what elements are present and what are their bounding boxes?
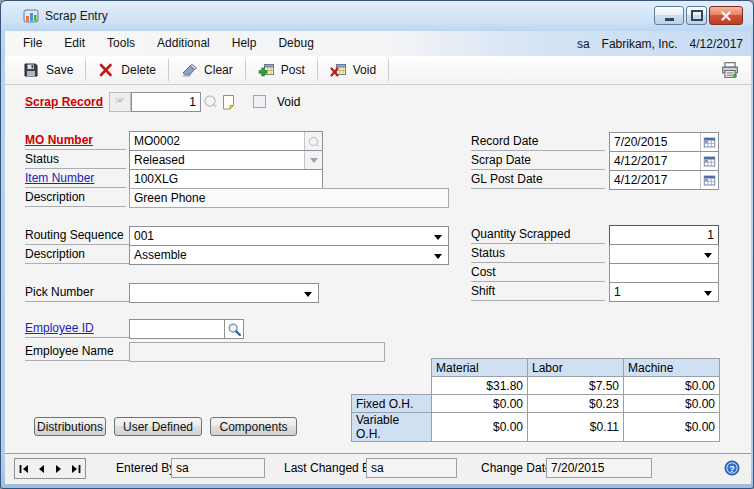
record-date-calendar-button[interactable] (700, 133, 718, 151)
toolbar-separator (317, 59, 318, 81)
cell-fixed-material: $0.00 (432, 395, 528, 413)
cost-summary-table: Material Labor Machine $31.80 $7.50 $0.0… (351, 358, 720, 442)
previous-record-button[interactable] (33, 459, 51, 478)
scrap-date-value: 4/12/2017 (614, 154, 667, 168)
item-number-value: 100XLG (134, 172, 178, 186)
void-icon (330, 62, 346, 78)
description-label: Description (25, 188, 126, 207)
cost-field[interactable] (609, 263, 719, 283)
first-record-button[interactable] (15, 459, 33, 478)
mo-number-lookup-button[interactable] (304, 132, 322, 150)
scrap-date-field[interactable]: 4/12/2017 (609, 151, 719, 171)
table-corner (352, 359, 432, 377)
status-left-dropdown[interactable]: Released (129, 150, 323, 170)
scrap-entry-window: Scrap Entry File Edit Tools Additional H… (0, 0, 754, 489)
routing-sequence-label: Routing Sequence (25, 226, 129, 245)
delete-button[interactable]: Delete (88, 58, 166, 82)
employee-id-label[interactable]: Employee ID (25, 319, 129, 338)
status-right-dropdown[interactable] (609, 244, 719, 264)
note-button[interactable] (219, 92, 237, 112)
last-changed-by-field: sa (366, 458, 457, 478)
employee-id-lookup-button[interactable] (224, 319, 244, 339)
quantity-scrapped-field[interactable]: 1 (609, 225, 719, 245)
scrap-record-input[interactable]: 1 (131, 92, 201, 112)
description-value: Green Phone (134, 191, 205, 205)
previous-record-icon (35, 463, 47, 475)
menu-help[interactable]: Help (221, 31, 268, 56)
distributions-button[interactable]: Distributions (34, 417, 106, 436)
cell-fixed-labor: $0.23 (528, 395, 624, 413)
mo-number-field[interactable]: MO0002 (129, 131, 323, 151)
cell-this-material: $31.80 (432, 377, 528, 395)
components-button[interactable]: Components (210, 417, 297, 436)
table-header-row: Material Labor Machine (352, 359, 720, 377)
help-icon[interactable]: ? (724, 460, 740, 476)
save-button[interactable]: Save (13, 58, 83, 82)
status-right-label: Status (471, 244, 605, 263)
table-row: $31.80 $7.50 $0.00 (352, 377, 720, 395)
session-info: sa Fabrikam, Inc. 4/12/2017 (577, 37, 751, 51)
session-date: 4/12/2017 (690, 37, 743, 51)
cell-this-labor: $7.50 (528, 377, 624, 395)
employee-name-label: Employee Name (25, 342, 129, 361)
close-button[interactable] (709, 6, 743, 25)
item-number-field[interactable]: 100XLG (129, 169, 323, 189)
gl-post-date-calendar-button[interactable] (700, 171, 718, 189)
mo-number-label[interactable]: MO Number (25, 131, 126, 150)
status-left-dropdown-button[interactable] (304, 151, 322, 169)
pick-number-dropdown[interactable] (129, 283, 319, 303)
item-number-label[interactable]: Item Number (25, 169, 126, 188)
maximize-button[interactable] (686, 6, 707, 25)
routing-sequence-value: 001 (134, 229, 154, 243)
status-bar: Entered By sa Last Changed By sa Change … (5, 453, 751, 484)
scrap-record-label[interactable]: Scrap Record (25, 93, 103, 111)
close-icon (720, 10, 732, 22)
delete-label: Delete (121, 63, 156, 77)
session-company: Fabrikam, Inc. (602, 37, 678, 51)
minimize-button[interactable] (654, 6, 684, 25)
toolbar-separator (245, 59, 246, 81)
record-expansion-button[interactable] (109, 92, 131, 112)
print-icon[interactable] (721, 61, 739, 79)
chevron-down-icon (310, 158, 318, 163)
row-label-blank (352, 377, 432, 395)
description-field: Green Phone (129, 188, 449, 208)
next-record-button[interactable] (50, 459, 68, 478)
chevron-down-icon (434, 254, 442, 259)
eraser-icon (181, 62, 197, 78)
record-date-value: 7/20/2015 (614, 135, 667, 149)
post-icon (258, 62, 274, 78)
menu-additional[interactable]: Additional (146, 31, 221, 56)
status-left-value: Released (134, 153, 185, 167)
shift-dropdown[interactable]: 1 (609, 282, 719, 302)
search-icon (227, 322, 242, 337)
cell-variable-machine: $0.00 (624, 413, 720, 442)
menu-tools[interactable]: Tools (96, 31, 146, 56)
post-button[interactable]: Post (248, 58, 315, 82)
record-date-field[interactable]: 7/20/2015 (609, 132, 719, 152)
last-record-button[interactable] (68, 459, 86, 478)
void-button[interactable]: Void (320, 58, 386, 82)
chevron-down-icon (434, 235, 442, 240)
menu-debug[interactable]: Debug (267, 31, 324, 56)
routing-sequence-dropdown[interactable]: 001 (129, 226, 449, 246)
menu-file[interactable]: File (5, 31, 53, 56)
void-checkbox[interactable] (253, 95, 266, 108)
svg-text:?: ? (729, 464, 735, 474)
column-header-labor: Labor (528, 359, 624, 377)
menu-bar: File Edit Tools Additional Help Debug sa… (5, 31, 751, 56)
user-defined-button[interactable]: User Defined (114, 417, 202, 436)
delete-icon (98, 62, 114, 78)
scrap-date-calendar-button[interactable] (700, 152, 718, 170)
change-date-field: 7/20/2015 (546, 458, 652, 478)
gl-post-date-field[interactable]: 4/12/2017 (609, 170, 719, 190)
employee-id-field[interactable] (129, 319, 225, 339)
menu-edit[interactable]: Edit (53, 31, 96, 56)
gl-post-date-value: 4/12/2017 (614, 173, 667, 187)
cell-variable-labor: $0.11 (528, 413, 624, 442)
sparkle-icon (113, 95, 127, 109)
routing-description-dropdown[interactable]: Assemble (129, 245, 449, 265)
void-checkbox-label: Void (277, 93, 300, 111)
clear-button[interactable]: Clear (171, 58, 243, 82)
first-record-icon (18, 463, 30, 475)
